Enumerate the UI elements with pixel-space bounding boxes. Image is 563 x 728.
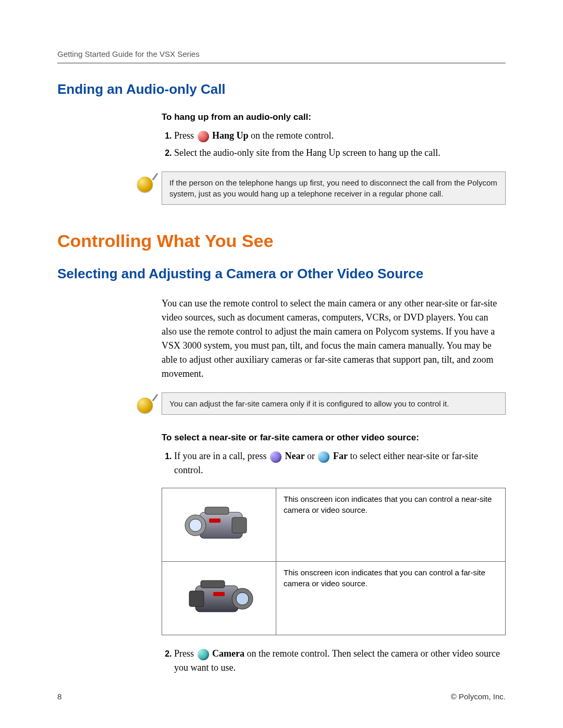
far-camera-desc: This onscreen icon indicates that you ca… [276,562,506,635]
page-footer: 8 © Polycom, Inc. [57,692,506,701]
svg-rect-5 [209,519,221,523]
far-label: Far [331,451,347,461]
step1-text-c: on the remote control. [249,130,334,141]
svg-point-4 [189,519,202,532]
near-icon [270,451,282,463]
page: Getting Started Guide for the VSX Series… [0,0,563,728]
steps-list-hangup: Press Hang Up on the remote control. Sel… [162,129,506,160]
s2-step-2: Press Camera on the remote control. Then… [174,647,506,675]
camera-button-icon [198,649,209,660]
subheading-hang-up: To hang up from an audio-only call: [162,112,506,122]
step1-text-a: Press [174,130,197,141]
camera-label: Camera [210,648,244,659]
far-camera-icon-cell [162,562,276,635]
subheading-select-camera: To select a near-site or far-site camera… [162,433,506,443]
steps-list-select-camera: If you are in a call, press Near or Far … [162,449,506,477]
s2s2-a: Press [174,648,197,659]
pushpin-icon [137,396,155,413]
hang-up-icon [198,131,209,142]
table-row: This onscreen icon indicates that you ca… [162,488,506,562]
note-box-1: If the person on the telephone hangs up … [162,171,506,205]
running-head: Getting Started Guide for the VSX Series [57,50,506,58]
copyright: © Polycom, Inc. [451,692,506,701]
s2s1-a: If you are in a call, press [174,451,269,461]
near-camera-icon-cell [162,488,276,562]
svg-rect-7 [201,581,225,588]
s2-step-1: If you are in a call, press Near or Far … [174,449,506,477]
step-2: Select the audio-only site from the Hang… [174,146,506,160]
svg-rect-2 [232,517,247,533]
page-number: 8 [57,692,62,701]
header-rule [57,63,506,64]
svg-point-10 [236,593,249,605]
heading-ending-audio-call: Ending an Audio-only Call [57,81,506,97]
note-row-1: If the person on the telephone hangs up … [130,171,506,205]
camera-near-icon [180,498,258,550]
steps-list-select-camera-2: Press Camera on the remote control. Then… [162,647,506,675]
note-icon-cell-2 [130,392,162,413]
heading-selecting-camera: Selecting and Adjusting a Camera or Othe… [57,266,506,282]
table-row: This onscreen icon indicates that you ca… [162,562,506,635]
camera-icon-table: This onscreen icon indicates that you ca… [162,488,506,635]
note-icon-cell [130,171,162,192]
step-1: Press Hang Up on the remote control. [174,129,506,143]
section2-paragraph: You can use the remote control to select… [162,297,506,381]
near-label: Near [283,451,304,461]
note-row-2: You can adjust the far-site camera only … [130,392,506,415]
section2-steps-wrap: To select a near-site or far-site camera… [162,433,506,675]
section1-body: To hang up from an audio-only call: Pres… [162,112,506,160]
near-camera-desc: This onscreen icon indicates that you ca… [276,488,506,562]
heading-controlling: Controlling What You See [57,231,506,251]
section2-body: You can use the remote control to select… [162,297,506,381]
far-icon [318,451,329,463]
camera-far-icon [180,571,258,623]
svg-rect-1 [205,507,229,514]
step1-hangup-label: Hang Up [210,130,249,141]
note-box-2: You can adjust the far-site camera only … [162,392,506,415]
svg-rect-11 [213,592,225,596]
svg-rect-8 [189,591,204,607]
pushpin-icon [137,175,155,192]
s2s1-or: or [304,451,317,461]
